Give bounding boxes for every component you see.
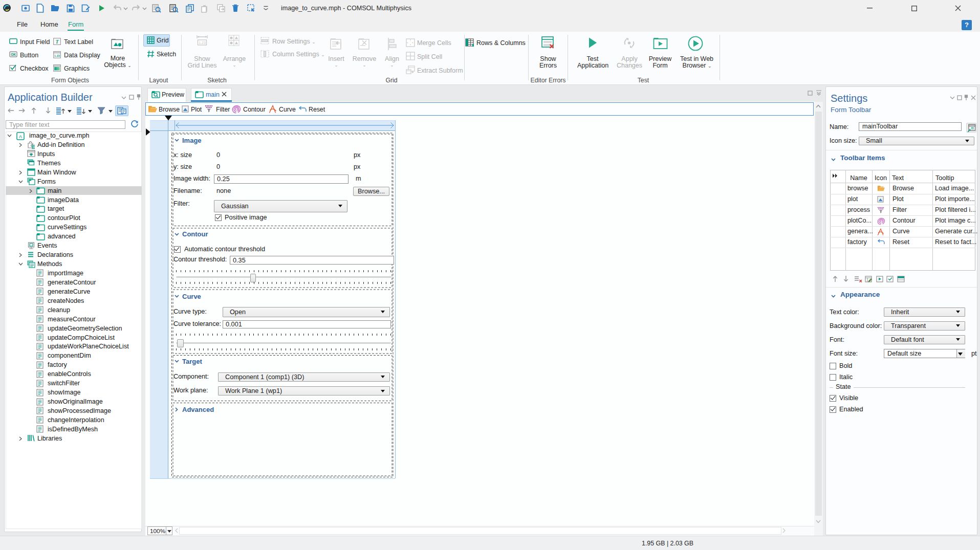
svg-text:A: A bbox=[19, 134, 22, 139]
svg-text:1.23: 1.23 bbox=[199, 41, 206, 45]
svg-text:1.23: 1.23 bbox=[54, 54, 60, 57]
svg-text:T: T bbox=[55, 39, 59, 45]
svg-text:OK: OK bbox=[11, 53, 16, 56]
